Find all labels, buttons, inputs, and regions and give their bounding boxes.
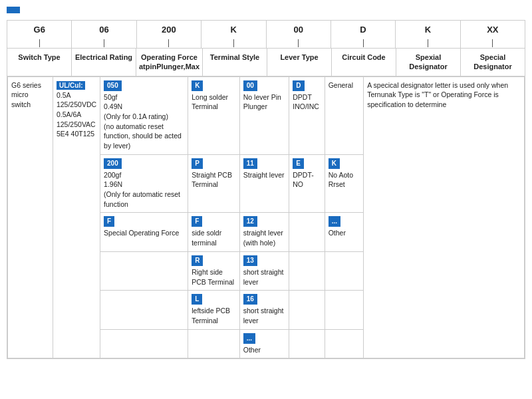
circuit-code-cell: EDPDT-NO xyxy=(289,154,325,213)
header-cell: Spexial Designator xyxy=(396,49,461,76)
circuit-code-cell xyxy=(289,329,325,358)
spexial-designator-cell xyxy=(325,251,364,290)
terminal-style-cell: RRight side PCB Terminal xyxy=(188,251,240,290)
terminal-style-cell: KLong solder Terminal xyxy=(188,76,240,154)
code-cell: G6 xyxy=(7,21,72,39)
spexial-designator-cell xyxy=(325,329,364,358)
header-cell: Switch Type xyxy=(7,49,72,76)
code-cell: K xyxy=(396,21,460,39)
code-cell: D xyxy=(331,21,396,39)
terminal-style-cell: Fside soldr terminal xyxy=(188,213,240,251)
spexial-designator-cell: General xyxy=(325,76,364,154)
header-cell: Terminal Style xyxy=(203,49,267,76)
code-cell: 00 xyxy=(267,21,331,39)
code-cell: XX xyxy=(461,21,525,39)
spexial-designator-cell xyxy=(325,291,364,329)
operating-force-cell: 200200gf1.96N(Only for automatic reset f… xyxy=(100,154,188,213)
code-row: G606200K00DKXX xyxy=(7,20,525,39)
header-cell: Electrical Rating xyxy=(72,49,136,76)
spexial-designator-cell: ...Other xyxy=(325,213,364,251)
circuit-code-cell xyxy=(289,213,325,251)
circuit-code-cell: DDPDTINO/INC xyxy=(289,76,325,154)
electrical-rating-cell: UL/Cul:0.5A125/250VDC0.5A/6A125/250VAC5E… xyxy=(53,76,100,358)
spexial-designator-cell: KNo Aoto Rrset xyxy=(325,154,364,213)
order-code-section: G606200K00DKXX Switch TypeElectrical Rat… xyxy=(7,20,525,359)
special-designator-cell: A specical designator letter is used onl… xyxy=(364,76,525,358)
terminal-style-cell: PStraight PCB Terminal xyxy=(188,154,240,213)
lever-type-cell: 12straight lever (with hole) xyxy=(239,213,289,251)
header-cell: Circuit Code xyxy=(332,49,396,76)
header-cell: Lever Type xyxy=(267,49,332,76)
terminal-style-cell: Lleftside PCB Terminal xyxy=(188,291,240,329)
operating-force-cell xyxy=(100,329,188,358)
operating-force-cell xyxy=(100,291,188,329)
main-content-table: G6 series micro switchUL/Cul:0.5A125/250… xyxy=(7,76,525,360)
operating-force-cell: FSpecial Operating Force xyxy=(100,213,188,251)
circuit-code-cell xyxy=(289,291,325,329)
lever-type-cell: 16short straight lever xyxy=(239,291,289,329)
lever-type-cell: ...Other xyxy=(239,329,289,358)
page-title xyxy=(7,7,20,13)
operating-force-cell xyxy=(100,251,188,290)
table-row: G6 series micro switchUL/Cul:0.5A125/250… xyxy=(8,76,525,154)
operating-force-cell: 05050gf0.49N(Only for 0.1A rating)(no au… xyxy=(100,76,188,154)
lever-type-cell: 00No lever Pin Plunger xyxy=(239,76,289,154)
header-row: Switch TypeElectrical RatingOperating Fo… xyxy=(7,48,525,76)
code-cell: 200 xyxy=(137,21,201,39)
code-cell: K xyxy=(201,21,266,39)
header-cell: Special Designator xyxy=(461,49,525,76)
lever-type-cell: 11Straight lever xyxy=(239,154,289,213)
circuit-code-cell xyxy=(289,251,325,290)
header-cell: Operating Force atpinPlunger,Max xyxy=(136,49,203,76)
code-cell: 06 xyxy=(72,21,136,39)
lever-type-cell: 13short straight lever xyxy=(239,251,289,290)
switch-type-cell: G6 series micro switch xyxy=(8,76,53,358)
terminal-style-cell xyxy=(188,329,240,358)
